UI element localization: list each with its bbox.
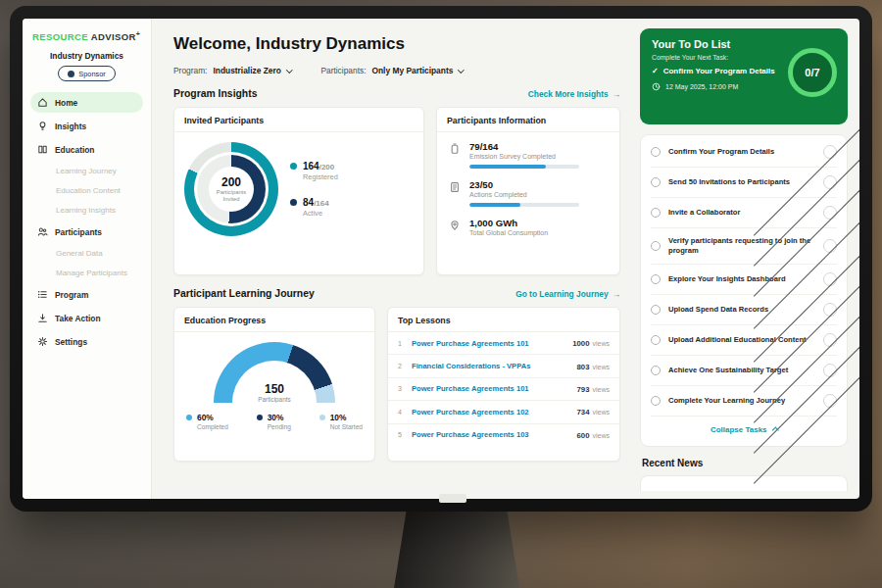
lesson-row: 3 Power Purchase Agreements 101 793views [388,378,619,401]
card-title: Invited Participants [174,108,423,132]
sidebar-item-manage-participants[interactable]: Manage Participants [30,265,143,281]
recent-news-title: Recent News [642,458,846,468]
lesson-link[interactable]: Power Purchase Agreements 101 [412,339,565,348]
legend-dot [186,415,192,420]
info-label: Actions Completed [469,191,579,198]
link-label: Check More Insights [528,89,609,99]
chevron-down-icon [286,67,292,73]
card-title: Participants Information [437,108,619,132]
task-checkbox[interactable] [651,208,661,218]
task-checkbox[interactable] [651,396,661,406]
sidebar-item-learning-insights[interactable]: Learning Insights [30,202,143,219]
sidebar-item-take-action[interactable]: Take Action [30,308,143,328]
filters-bar: Program: Industrialize Zero Participants… [173,66,620,75]
legend-item-active: 84/164 Active [290,197,338,218]
legend-item-registered: 164/200 Registered [290,161,338,181]
sidebar-item-home[interactable]: Home [30,92,143,113]
page-title: Welcome, Industry Dynamics [173,34,620,54]
check-more-insights-link[interactable]: Check More Insights → [528,89,620,99]
sidebar-item-label: Learning Journey [56,167,117,175]
top-lessons-card: Top Lessons 1 Power Purchase Agreements … [387,307,620,462]
legend-item-pending: 30% Pending [257,413,291,430]
task-checkbox[interactable] [651,366,661,375]
legend-label: Completed [197,423,228,430]
sidebar-item-general-data[interactable]: General Data [30,245,143,262]
monitor-bezel: RESOURCE ADVISOR+ Industry Dynamics Spon… [10,6,872,512]
lesson-link[interactable]: Power Purchase Agreements 103 [412,430,569,439]
sidebar-item-label: Manage Participants [56,269,127,277]
lesson-link[interactable]: Power Purchase Agreements 101 [412,384,569,393]
task-checkbox[interactable] [651,335,661,345]
legend-label: Pending [268,423,291,430]
task-chevron-button[interactable] [823,333,837,347]
lesson-link[interactable]: Power Purchase Agreements 102 [412,408,569,416]
sidebar-item-settings[interactable]: Settings [30,331,143,352]
todo-progress-value: 0/7 [805,67,819,78]
task-checkbox[interactable] [651,305,661,315]
task-chevron-button[interactable] [823,239,837,253]
lesson-link[interactable]: Financial Considerations - VPPAs [412,362,569,370]
check-icon: ✓ [652,67,659,76]
task-checkbox[interactable] [651,274,661,284]
task-chevron-button[interactable] [823,206,837,220]
task-chevron-button[interactable] [823,394,837,408]
task-confirm-program-details[interactable]: Confirm Your Program Details [651,137,837,168]
recent-news-card [640,475,848,491]
sidebar-item-learning-journey[interactable]: Learning Journey [30,163,143,179]
gauge-center: 150 Participants [214,382,335,403]
app-logo: RESOURCE ADVISOR+ [30,28,143,51]
legend-value: 164 [303,161,319,172]
lesson-rank: 2 [398,363,405,369]
sidebar-item-label: Take Action [55,314,101,323]
sponsor-badge-icon [68,71,74,77]
legend-dot [290,199,297,206]
program-filter[interactable]: Program: Industrialize Zero [173,66,291,75]
home-icon [37,97,48,108]
participants-filter[interactable]: Participants: Only My Participants [320,66,464,75]
book-icon [37,144,48,155]
sidebar-item-label: Program [55,290,88,300]
participants-filter-label: Participants: [320,66,366,75]
sidebar-item-education-content[interactable]: Education Content [30,182,143,199]
sidebar-item-insights[interactable]: Insights [30,116,143,136]
arrow-right-icon: → [612,89,620,99]
lightbulb-icon [37,121,48,131]
download-icon [37,313,48,323]
sidebar-item-program[interactable]: Program [30,284,143,305]
sidebar-item-education[interactable]: Education [30,139,143,160]
lesson-views-label: views [592,409,610,416]
insights-cards-row: Invited Participants 200 Participants In… [173,107,620,275]
progress-bar-fill [469,165,546,169]
task-label: Confirm Your Program Details [668,147,815,157]
task-checkbox[interactable] [651,241,661,251]
info-value: 23/50 [469,179,579,190]
task-checkbox[interactable] [651,147,661,157]
lesson-row: 1 Power Purchase Agreements 101 1000view… [388,332,619,355]
sidebar-nav: Home Insights Education Learning Journey… [30,92,143,352]
donut-center: 200 Participants Invited [209,167,254,212]
lesson-rank: 5 [398,431,405,438]
lesson-views-label: views [592,340,610,347]
todo-tasks-card: Confirm Your Program Details Send 50 Inv… [640,134,848,447]
progress-bar [469,203,579,207]
todo-due-text: 12 May 2025, 12:00 PM [665,83,738,90]
learning-cards-row: Education Progress 150 Participants [173,307,620,462]
logo-resource: RESOURCE [32,31,88,42]
todo-progress-ring: 0/7 [788,48,837,97]
sponsor-badge[interactable]: Sponsor [58,66,116,81]
task-chevron-button[interactable] [823,272,837,286]
go-to-learning-journey-link[interactable]: Go to Learning Journey → [515,289,620,299]
task-chevron-button[interactable] [823,364,837,377]
program-insights-header: Program Insights Check More Insights → [173,88,620,99]
sidebar-item-participants[interactable]: Participants [30,221,143,242]
sidebar-item-label: Education Content [56,186,121,195]
task-chevron-button[interactable] [823,303,837,317]
gauge-legend: 60% Completed 30% Pending [174,403,374,430]
task-chevron-button[interactable] [823,175,837,189]
gear-icon [37,336,48,347]
chevron-down-icon [458,67,464,73]
donut-center-label: Participants Invited [213,189,250,203]
info-row-actions: 23/50 Actions Completed [449,179,608,207]
task-checkbox[interactable] [651,177,661,187]
task-chevron-button[interactable] [823,145,837,159]
